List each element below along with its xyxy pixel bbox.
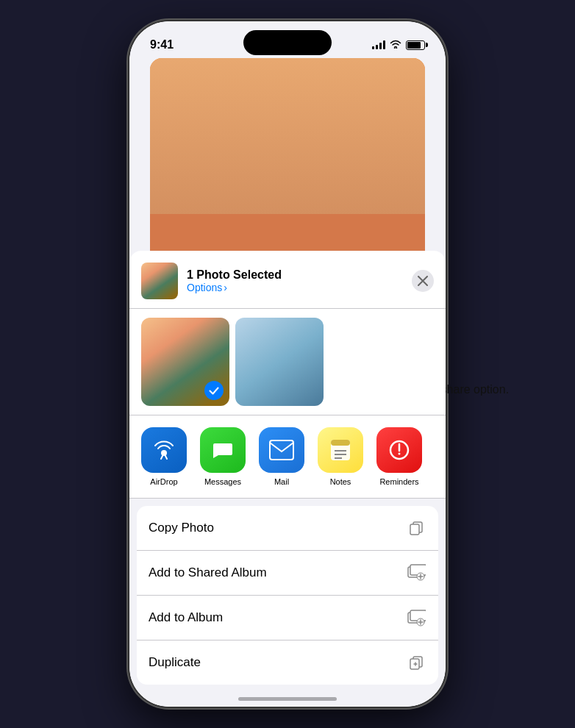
signal-icon	[372, 40, 385, 49]
add-album-label: Add to Album	[149, 610, 223, 625]
share-icons-row: AirDrop Messages	[129, 415, 446, 499]
share-sheet: 1 Photo Selected Options ›	[129, 251, 446, 707]
status-time: 9:41	[150, 38, 174, 51]
copy-photo-row[interactable]: Copy Photo	[137, 506, 438, 551]
messages-icon-bg	[200, 427, 246, 473]
status-icons	[372, 39, 425, 51]
svg-point-11	[399, 453, 401, 455]
share-icon-reminders[interactable]: Reminders	[376, 427, 422, 486]
airdrop-label: AirDrop	[150, 477, 177, 486]
photo-check	[204, 381, 224, 400]
options-link[interactable]: Options ›	[187, 282, 403, 293]
airdrop-icon-bg	[141, 427, 187, 473]
add-album-row[interactable]: Add to Album	[137, 596, 438, 640]
copy-photo-icon	[406, 518, 426, 538]
share-icon-messages[interactable]: Messages	[200, 427, 246, 486]
mail-label: Mail	[274, 477, 289, 486]
duplicate-icon	[406, 652, 426, 673]
notes-label: Notes	[330, 477, 351, 486]
share-icon-notes[interactable]: Notes	[318, 427, 363, 486]
svg-rect-3	[270, 440, 293, 460]
add-shared-album-label: Add to Shared Album	[149, 565, 267, 580]
phone-screen: 9:41	[129, 21, 446, 707]
add-album-icon	[406, 607, 426, 628]
messages-label: Messages	[204, 477, 241, 486]
share-title: 1 Photo Selected	[187, 268, 403, 282]
share-header: 1 Photo Selected Options ›	[129, 251, 446, 309]
action-rows: Copy Photo Add to Shared Album	[137, 506, 438, 685]
svg-rect-13	[410, 524, 419, 535]
photo-strip	[129, 309, 446, 415]
mail-icon-bg	[259, 427, 304, 473]
add-shared-album-icon	[406, 563, 426, 583]
share-header-text: 1 Photo Selected Options ›	[187, 268, 403, 293]
strip-photo-1[interactable]	[141, 318, 229, 406]
svg-rect-5	[331, 440, 350, 446]
duplicate-row[interactable]: Duplicate	[137, 640, 438, 685]
dynamic-island	[243, 30, 332, 55]
close-button[interactable]	[412, 270, 434, 292]
duplicate-label: Duplicate	[149, 655, 201, 670]
reminders-icon-bg	[376, 427, 422, 473]
battery-icon	[406, 40, 425, 50]
strip-photo-2[interactable]	[235, 318, 324, 406]
share-icon-mail[interactable]: Mail	[259, 427, 304, 486]
reminders-label: Reminders	[379, 477, 418, 486]
add-shared-album-row[interactable]: Add to Shared Album	[137, 551, 438, 596]
copy-photo-label: Copy Photo	[149, 521, 214, 535]
wifi-icon	[390, 39, 401, 51]
selected-photo-thumb	[141, 263, 178, 299]
phone-frame: 9:41	[129, 21, 446, 707]
share-icon-airdrop[interactable]: AirDrop	[141, 427, 187, 486]
notes-icon-bg	[318, 427, 363, 473]
home-indicator	[238, 697, 337, 701]
